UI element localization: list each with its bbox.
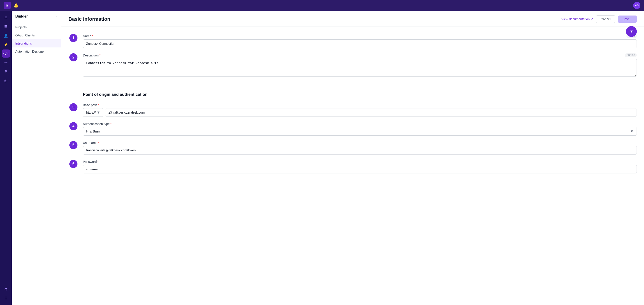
- nav-icon-grid[interactable]: ⊞: [2, 13, 10, 21]
- username-input[interactable]: [83, 146, 637, 155]
- nav-icon-gear[interactable]: ⚙: [2, 285, 10, 293]
- nav-icon-apps[interactable]: ⠿: [2, 294, 10, 302]
- auth-type-select[interactable]: Http Basic OAuth2 API Key None: [83, 127, 637, 136]
- collapse-sidebar-button[interactable]: «: [56, 15, 58, 18]
- sidebar-header: Builder «: [12, 11, 61, 21]
- sidebar-item-integrations[interactable]: Integrations: [12, 39, 61, 47]
- form-content: 1 Name * 18/30 2 Descr: [61, 27, 644, 186]
- page-title: Basic information: [68, 16, 110, 22]
- password-field-container: Password *: [83, 160, 637, 173]
- auth-type-select-wrapper: Http Basic OAuth2 API Key None ▼: [83, 127, 637, 136]
- username-field-container: Username *: [83, 141, 637, 155]
- protocol-select[interactable]: https:// http://: [83, 108, 103, 117]
- text-sidebar: Builder « Projects OAuth Clients Integra…: [12, 11, 61, 305]
- username-field-group: 5 Username *: [83, 141, 637, 155]
- description-field-container: Description * 38/120: [83, 53, 637, 78]
- external-link-icon: ↗: [591, 17, 593, 21]
- main-layout: ⊞ ☰ 👤 ⚡ </> ✏ 🎙 ◎ ⚙ ⠿ Builder « Projects…: [0, 11, 644, 305]
- step-4-circle: 4: [69, 122, 78, 130]
- content-area: Basic information View documentation ↗ C…: [61, 11, 644, 305]
- step-7-area: 7: [626, 26, 637, 37]
- user-avatar[interactable]: AD: [633, 2, 640, 9]
- nav-icon-list[interactable]: ☰: [2, 22, 10, 30]
- step-3-circle: 3: [69, 103, 78, 111]
- description-textarea[interactable]: [83, 59, 637, 77]
- nav-icon-pencil[interactable]: ✏: [2, 58, 10, 67]
- password-input[interactable]: [83, 165, 637, 173]
- sidebar-item-oauth-clients[interactable]: OAuth Clients: [12, 31, 61, 39]
- description-label: Description * 38/120: [83, 53, 637, 57]
- nav-icon-mic[interactable]: 🎙: [2, 67, 10, 76]
- nav-icon-person[interactable]: 👤: [2, 31, 10, 39]
- save-button[interactable]: Save...: [618, 15, 637, 23]
- auth-type-field-container: Authentication type * Http Basic OAuth2 …: [83, 122, 637, 136]
- top-navbar: it 🔔 AD: [0, 0, 644, 11]
- section-divider: [83, 85, 637, 85]
- username-required-indicator: *: [98, 141, 99, 145]
- description-field-group: 2 Description * 38/120: [83, 53, 637, 78]
- username-label: Username *: [83, 141, 637, 145]
- content-header: Basic information View documentation ↗ C…: [61, 11, 644, 27]
- base-path-field-group: 3 Base path * https:// http:// ▼: [83, 103, 637, 117]
- name-label: Name * 18/30: [83, 34, 637, 38]
- section-title: Point of origin and authentication: [83, 92, 637, 97]
- name-field-group: 1 Name * 18/30: [83, 34, 637, 48]
- base-path-required-indicator: *: [98, 103, 99, 107]
- step-2-circle: 2: [69, 53, 78, 61]
- protocol-select-wrapper: https:// http:// ▼: [83, 108, 103, 117]
- sidebar-item-automation-designer[interactable]: Automation Designer: [12, 47, 61, 55]
- nav-icon-lightning[interactable]: ⚡: [2, 40, 10, 48]
- base-path-field-container: Base path * https:// http:// ▼: [83, 103, 637, 117]
- step-7-circle: 7: [626, 26, 637, 37]
- sidebar-title: Builder: [15, 14, 28, 18]
- password-field-group: 6 Password *: [83, 160, 637, 173]
- auth-type-label: Authentication type *: [83, 122, 637, 126]
- step-6-circle: 6: [69, 160, 78, 168]
- cancel-button[interactable]: Cancel: [596, 15, 616, 23]
- description-required-indicator: *: [99, 53, 100, 57]
- name-input[interactable]: [83, 39, 637, 48]
- base-path-input[interactable]: [105, 108, 637, 117]
- password-label: Password *: [83, 160, 637, 164]
- header-actions: View documentation ↗ Cancel Save...: [561, 15, 637, 23]
- password-required-indicator: *: [97, 160, 98, 164]
- base-path-row: https:// http:// ▼: [83, 108, 637, 117]
- step-5-circle: 5: [69, 141, 78, 149]
- sidebar-item-projects[interactable]: Projects: [12, 23, 61, 31]
- view-documentation-button[interactable]: View documentation ↗: [561, 17, 593, 21]
- auth-type-field-group: 4 Authentication type * Http Basic OAuth…: [83, 122, 637, 136]
- step-1-circle: 1: [69, 34, 78, 42]
- name-required-indicator: *: [92, 34, 93, 38]
- nav-icon-circle[interactable]: ◎: [2, 76, 10, 85]
- icon-sidebar: ⊞ ☰ 👤 ⚡ </> ✏ 🎙 ◎ ⚙ ⠿: [0, 11, 12, 305]
- description-char-count: 38/120: [625, 53, 637, 57]
- name-field-container: Name * 18/30: [83, 34, 637, 48]
- sidebar-nav: Projects OAuth Clients Integrations Auto…: [12, 21, 61, 57]
- base-path-label: Base path *: [83, 103, 637, 107]
- app-logo[interactable]: it: [4, 2, 11, 9]
- auth-type-required-indicator: *: [110, 122, 112, 126]
- nav-icon-code[interactable]: </>: [2, 49, 10, 58]
- notification-bell-icon[interactable]: 🔔: [14, 3, 18, 8]
